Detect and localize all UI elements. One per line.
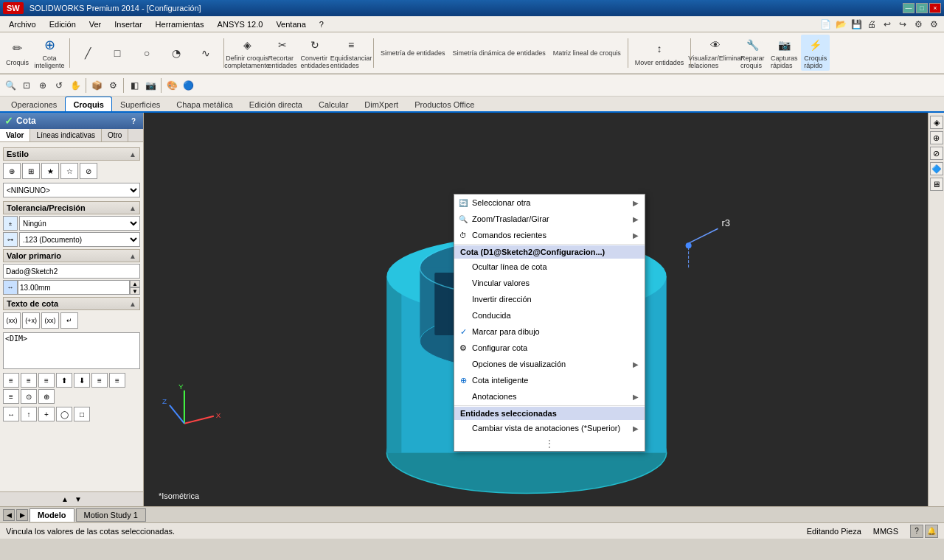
panel-help-icon[interactable]: ? [128, 116, 139, 126]
options-btn[interactable]: ⚙ [926, 17, 941, 32]
tool-btn-1[interactable]: ↑ [21, 407, 37, 421]
zoom-selection-btn[interactable]: ⊕ [35, 78, 50, 93]
tolerancia-dropdown-2[interactable]: .123 (Documento) [19, 232, 140, 247]
rt-btn-2[interactable]: ⊘ [930, 147, 943, 160]
croquis-btn[interactable]: ✏ Croquis [3, 38, 32, 68]
tool-btn-2[interactable]: + [38, 407, 55, 421]
style-btn-1[interactable]: ⊞ [22, 163, 40, 179]
estilo-dropdown[interactable]: <NINGUNO> [3, 183, 140, 197]
close-button[interactable]: × [929, 3, 941, 13]
ctx-conducida[interactable]: Conducida [454, 307, 645, 323]
visualizar-btn[interactable]: 👁 Visualizar/Eliminarrelaciones [695, 35, 736, 71]
menu-insertar[interactable]: Insertar [108, 17, 148, 32]
section-valor-collapse[interactable]: ▲ [129, 252, 136, 260]
minimize-button[interactable]: — [903, 3, 914, 13]
menu-edicion[interactable]: Edición [44, 17, 82, 32]
zoom-area-btn[interactable]: 🔍 [3, 78, 18, 93]
matriz-btn[interactable]: Matriz lineal de croquis [550, 48, 624, 58]
tab-superficies[interactable]: Superficies [112, 97, 168, 111]
status-notification-btn[interactable]: 🔔 [925, 525, 938, 538]
texto-btn-3[interactable]: ↵ [60, 312, 78, 329]
tab-dimxpert[interactable]: DimXpert [356, 97, 406, 111]
ctx-seleccionar-otra[interactable]: 🔄 Seleccionar otra ▶ [454, 195, 645, 211]
reparar-btn[interactable]: 🔧 Repararcroquis [738, 35, 767, 71]
camera-btn[interactable]: 📷 [143, 78, 158, 93]
btm-tab-modelo[interactable]: Modelo [30, 508, 74, 522]
ctx-ocultar-linea[interactable]: Ocultar línea de cota [454, 259, 645, 275]
open-btn[interactable]: 📂 [833, 17, 848, 32]
num-value-input[interactable] [18, 280, 130, 295]
simetria-btn[interactable]: Simetría de entidades [378, 48, 448, 58]
menu-archivo[interactable]: Archivo [3, 17, 42, 32]
ctx-cambiar-vista[interactable]: Cambiar vista de anotaciones (*Superior)… [454, 420, 645, 436]
status-help-btn[interactable]: ? [910, 525, 923, 538]
align-bottom[interactable]: ⬇ [74, 373, 90, 388]
materials-btn[interactable]: 🎨 [164, 78, 179, 93]
undo-btn[interactable]: ↩ [880, 17, 895, 32]
align-b3[interactable]: ≡ [3, 389, 19, 404]
rt-btn-4[interactable]: 🖥 [930, 178, 943, 191]
panel-scroll-down[interactable]: ▼ [74, 495, 82, 503]
section-tolerancia[interactable]: Tolerancia/Precisión ▲ [3, 201, 140, 214]
ctx-anotaciones[interactable]: Anotaciones ▶ [454, 388, 645, 405]
ctx-configurar[interactable]: ⚙ Configurar cota [454, 340, 645, 356]
panel-tab-lineas[interactable]: Líneas indicativas [30, 129, 102, 141]
ctx-zoom[interactable]: 🔍 Zoom/Trasladar/Girar ▶ [454, 211, 645, 227]
section-estilo[interactable]: Estilo ▲ [3, 147, 140, 161]
save-btn[interactable]: 💾 [849, 17, 864, 32]
menu-ansys[interactable]: ANSYS 12.0 [212, 17, 269, 32]
valor-field[interactable] [3, 264, 140, 279]
texto-btn-2[interactable]: (xx) [41, 312, 59, 329]
croquis-rapido-btn[interactable]: ⚡ Croquisrápido [801, 35, 830, 71]
menu-herramientas[interactable]: Herramientas [150, 17, 210, 32]
tool-btn-4[interactable]: □ [74, 407, 90, 421]
tool-btn-3[interactable]: ◯ [56, 407, 72, 421]
rect-btn[interactable]: □ [103, 43, 131, 63]
tab-calcular[interactable]: Calcular [310, 97, 356, 111]
align-b1[interactable]: ≡ [91, 373, 108, 388]
align-right[interactable]: ≡ [38, 373, 55, 388]
section-view-btn[interactable]: ◧ [127, 78, 142, 93]
pan-btn[interactable]: ✋ [68, 78, 83, 93]
align-b5[interactable]: ⊕ [38, 389, 55, 404]
appearances-btn[interactable]: 🔵 [181, 78, 195, 93]
rt-btn-1[interactable]: ⊕ [930, 131, 943, 144]
rt-btn-3[interactable]: 🔷 [930, 162, 943, 175]
tab-croquis[interactable]: Croquis [65, 97, 112, 111]
tab-operaciones[interactable]: Operaciones [3, 97, 65, 111]
section-tolerancia-collapse[interactable]: ▲ [129, 204, 136, 212]
tab-chapa[interactable]: Chapa metálica [168, 97, 240, 111]
texto-textarea[interactable]: <DIM> [3, 332, 140, 369]
section-texto-cota[interactable]: Texto de cota ▲ [3, 297, 140, 310]
print-btn[interactable]: 🖨 [864, 17, 879, 32]
ctx-marcar[interactable]: Marcar para dibujo [454, 323, 645, 340]
circle-btn[interactable]: ○ [133, 43, 161, 63]
style-btn-3[interactable]: ☆ [60, 163, 78, 179]
texto-btn-1[interactable]: (+x) [22, 312, 40, 329]
recortar-btn[interactable]: ✂ Recortarentidades [268, 35, 297, 71]
new-btn[interactable]: 📄 [818, 17, 833, 32]
redo-btn[interactable]: ↪ [895, 17, 910, 32]
simetria-din-btn[interactable]: Simetría dinámica de entidades [450, 48, 549, 58]
line-btn[interactable]: ╱ [74, 43, 102, 63]
menu-ventana[interactable]: Ventana [270, 17, 311, 32]
capturas-btn[interactable]: 📷 Capturasrápidas [768, 35, 799, 71]
btm-nav-next[interactable]: ▶ [16, 509, 28, 521]
equidistanciar-btn[interactable]: ≡ Equidistanciarentidades [333, 35, 369, 71]
align-center[interactable]: ≡ [21, 373, 37, 388]
restore-button[interactable]: □ [916, 3, 928, 13]
align-left[interactable]: ≡ [3, 373, 19, 388]
tab-productos[interactable]: Productos Office [406, 97, 482, 111]
section-valor-primario[interactable]: Valor primario ▲ [3, 249, 140, 262]
tool-btn-0[interactable]: ↔ [3, 407, 19, 421]
ctx-cota-inteligente[interactable]: ⊕ Cota inteligente [454, 372, 645, 388]
ctx-vincular[interactable]: Vincular valores [454, 275, 645, 291]
btm-nav-prev[interactable]: ◀ [3, 509, 15, 521]
menu-help[interactable]: ? [313, 17, 330, 32]
texto-btn-0[interactable]: (xx) [3, 312, 21, 329]
tab-edicion-directa[interactable]: Edición directa [241, 97, 310, 111]
mover-btn[interactable]: ↕ Mover entidades [632, 38, 687, 68]
panel-tab-valor[interactable]: Valor [0, 129, 30, 141]
ctx-invertir[interactable]: Invertir dirección [454, 291, 645, 307]
check-accept[interactable]: ✓ [4, 115, 13, 127]
